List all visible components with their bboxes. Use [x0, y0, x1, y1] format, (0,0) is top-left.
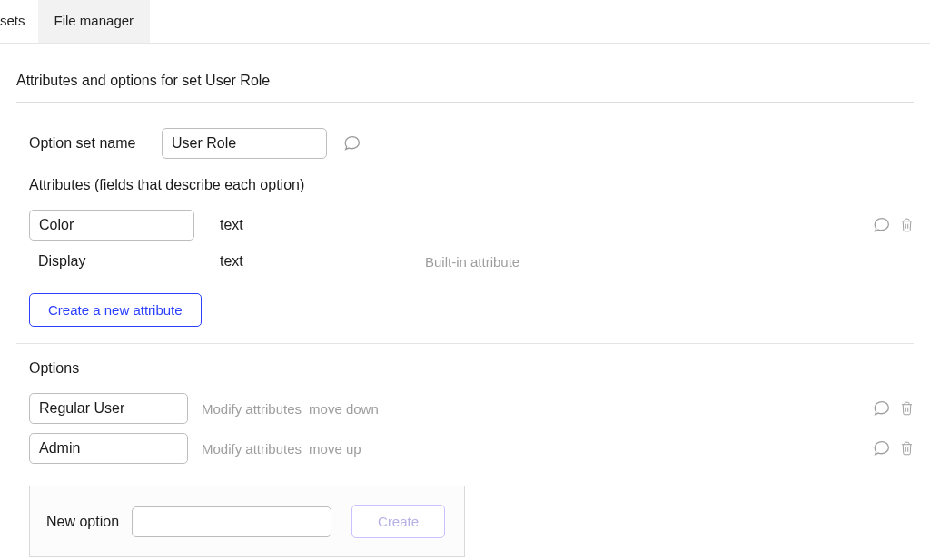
- create-option-button[interactable]: Create: [351, 505, 445, 538]
- option-name-input[interactable]: [29, 393, 188, 424]
- option-row: Modify attributes move down: [29, 393, 914, 424]
- move-down-link[interactable]: move down: [309, 401, 379, 417]
- tab-file-manager[interactable]: File manager: [38, 0, 151, 43]
- options-heading: Options: [29, 360, 914, 377]
- trash-icon[interactable]: [900, 218, 914, 232]
- builtin-attribute-row: Display text Built-in attribute: [29, 253, 914, 270]
- comment-icon[interactable]: [343, 135, 361, 152]
- modify-attributes-link[interactable]: Modify attributes: [202, 441, 302, 457]
- attributes-heading: Attributes (fields that describe each op…: [29, 177, 914, 193]
- section-divider: [16, 343, 914, 344]
- tabs-bar: sets File manager: [0, 0, 930, 44]
- page-title: Attributes and options for set User Role: [16, 58, 914, 103]
- new-option-label: New option: [46, 514, 119, 530]
- attribute-name-input[interactable]: [29, 210, 194, 241]
- new-option-box: New option Create: [29, 486, 465, 557]
- comment-icon[interactable]: [873, 400, 891, 417]
- builtin-attribute-type: text: [220, 253, 425, 270]
- option-row: Modify attributes move up: [29, 433, 914, 464]
- option-set-name-label: Option set name: [29, 135, 162, 152]
- attribute-row: text: [29, 210, 914, 241]
- comment-icon[interactable]: [873, 217, 891, 233]
- builtin-attribute-name: Display: [29, 253, 220, 270]
- content-area: Attributes and options for set User Role…: [0, 44, 930, 557]
- trash-icon[interactable]: [900, 401, 914, 416]
- attribute-type: text: [220, 217, 425, 233]
- comment-icon[interactable]: [873, 440, 891, 457]
- trash-icon[interactable]: [900, 441, 914, 456]
- move-up-link[interactable]: move up: [309, 441, 361, 457]
- builtin-attribute-note: Built-in attribute: [425, 254, 519, 270]
- option-set-name-row: Option set name: [29, 128, 914, 159]
- option-name-input[interactable]: [29, 433, 188, 464]
- new-option-input[interactable]: [132, 506, 331, 537]
- option-set-name-input[interactable]: [162, 128, 327, 159]
- tab-option-sets-partial[interactable]: sets: [0, 0, 38, 43]
- create-attribute-button[interactable]: Create a new attribute: [29, 293, 202, 327]
- modify-attributes-link[interactable]: Modify attributes: [202, 401, 302, 417]
